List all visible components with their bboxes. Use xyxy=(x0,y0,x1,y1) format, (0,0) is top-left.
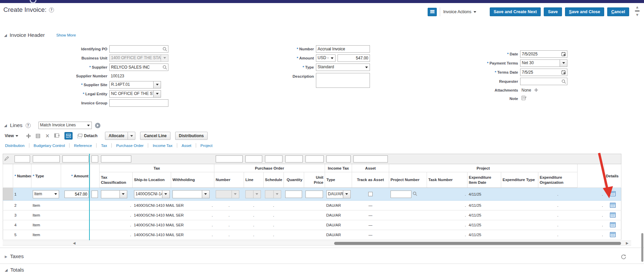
filter-track-as-asset-input[interactable] xyxy=(353,155,388,162)
totals-section-header[interactable]: ◢ Totals xyxy=(5,267,24,273)
details-icon[interactable] xyxy=(610,212,616,218)
col-expenditure-type-header[interactable]: Expenditure Type xyxy=(501,172,538,188)
row-selector-cell[interactable] xyxy=(3,188,13,201)
scroll-right-icon[interactable]: ▶ xyxy=(626,241,628,245)
filter-quantity-input[interactable] xyxy=(285,155,303,162)
allocate-button[interactable]: Allocate xyxy=(105,132,128,140)
row-selector-cell[interactable] xyxy=(3,201,13,210)
line-amount-input[interactable] xyxy=(64,191,89,198)
scroll-left-icon[interactable]: ◀ xyxy=(73,241,76,245)
col-track-as-asset-header[interactable]: Track as Asset xyxy=(352,172,389,188)
tab-income-tax[interactable]: Income Tax xyxy=(148,144,177,148)
col-amount-header[interactable]: Amount xyxy=(74,174,88,178)
withholding-dropdown[interactable] xyxy=(172,190,210,198)
col-type-header[interactable]: Type xyxy=(35,174,44,178)
line-row[interactable]: 2 Item . 1400OSCNI-1410 MAIL SER . . . .… xyxy=(3,201,621,210)
filter-po-number-input[interactable] xyxy=(216,155,243,162)
tab-project[interactable]: Project xyxy=(196,144,217,148)
save-and-create-next-button[interactable]: Save and Create Next xyxy=(490,7,541,16)
line-row[interactable]: 3 Item . 1400OSCNI-1410 MAIL SER . . . .… xyxy=(3,210,621,220)
filter-type-input[interactable] xyxy=(33,155,60,162)
cancel-button[interactable]: Cancel xyxy=(607,7,629,16)
add-attachment-icon[interactable] xyxy=(534,88,538,92)
filter-misc-input[interactable] xyxy=(91,155,98,162)
requester-input[interactable] xyxy=(520,78,567,85)
taxes-section-header[interactable]: ▶ Taxes xyxy=(5,253,24,259)
chevron-down-icon[interactable] xyxy=(154,90,161,98)
chevron-down-icon[interactable] xyxy=(202,190,210,198)
row-selector-cell[interactable] xyxy=(3,230,13,240)
qbe-pencil-icon[interactable] xyxy=(4,156,9,161)
col-po-schedule-header[interactable]: Schedule xyxy=(264,172,284,188)
help-icon[interactable]: ? xyxy=(26,123,31,128)
invoice-group-input[interactable] xyxy=(109,99,168,107)
payment-terms-dropdown[interactable]: Net 30 xyxy=(520,59,567,67)
tax-classification-dropdown[interactable] xyxy=(101,190,127,198)
allocate-menu-arrow[interactable] xyxy=(128,132,135,140)
details-icon[interactable] xyxy=(610,232,616,237)
filter-po-schedule-input[interactable] xyxy=(265,155,283,162)
scrollbar-thumb[interactable] xyxy=(334,242,621,245)
search-icon[interactable] xyxy=(413,192,417,197)
match-invoice-lines-select[interactable]: Match Invoice Lines xyxy=(38,122,92,129)
col-expenditure-item-date-header[interactable]: Expenditure Item Date xyxy=(467,172,501,188)
chevron-down-icon[interactable] xyxy=(343,190,351,198)
tab-purchase-order[interactable]: Purchase Order xyxy=(112,144,148,148)
tab-reference[interactable]: Reference xyxy=(70,144,96,148)
details-icon[interactable] xyxy=(610,191,616,196)
calendar-icon[interactable] xyxy=(561,70,566,76)
help-icon[interactable]: ? xyxy=(49,7,54,12)
tab-tax[interactable]: Tax xyxy=(97,144,111,148)
search-icon[interactable] xyxy=(163,65,167,71)
supplier-site-dropdown[interactable]: R.14PT.01 xyxy=(109,81,161,89)
supplier-input[interactable] xyxy=(109,64,168,71)
delete-row-icon[interactable]: × xyxy=(45,133,50,139)
legal-entity-dropdown[interactable]: NC OFFICE OF THE STATE xyxy=(109,90,161,98)
col-tax-classification-header[interactable]: Tax Classification xyxy=(100,172,133,188)
col-po-line-header[interactable]: Line xyxy=(244,172,264,188)
query-by-example-toggle[interactable] xyxy=(64,132,73,140)
terms-date-input[interactable] xyxy=(520,69,567,76)
go-button[interactable] xyxy=(95,123,101,128)
invoice-actions-menu[interactable]: Invoice Actions xyxy=(443,9,476,14)
ship-to-location-dropdown[interactable]: 1400OSCNI-1410 xyxy=(134,190,170,198)
track-as-asset-checkbox[interactable] xyxy=(368,192,373,196)
filter-number-input[interactable] xyxy=(15,155,30,162)
cancel-line-button[interactable]: Cancel Line xyxy=(140,132,170,140)
quantity-input[interactable] xyxy=(285,191,302,198)
col-unit-price-header[interactable]: Unit Price xyxy=(304,172,325,188)
distributions-button[interactable]: Distributions xyxy=(175,132,208,140)
calendar-icon[interactable] xyxy=(561,52,566,58)
filter-po-line-input[interactable] xyxy=(245,155,262,162)
collapse-triangle-icon[interactable]: ◢ xyxy=(4,33,7,37)
col-number-header[interactable]: Number xyxy=(17,174,31,178)
note-icon[interactable] xyxy=(521,95,527,102)
scroll-down-icon[interactable]: ▼ xyxy=(636,13,639,17)
col-quantity-header[interactable]: Quantity xyxy=(284,172,304,188)
detach-button[interactable]: Detach xyxy=(77,133,98,138)
search-icon[interactable] xyxy=(163,47,167,53)
page-vertical-scrollbar[interactable]: ▲ ▼ xyxy=(635,5,640,17)
chevron-down-icon[interactable] xyxy=(120,190,127,198)
line-row[interactable]: 5 Item . 1400OSCNI-1410 MAIL SER . . . .… xyxy=(3,230,621,240)
unit-price-input[interactable] xyxy=(305,191,323,198)
income-tax-type-dropdown[interactable]: DAU/AR xyxy=(326,190,351,198)
invoice-type-select[interactable]: Standard xyxy=(316,64,370,71)
panel-toggle-button[interactable] xyxy=(428,8,437,16)
currency-select[interactable]: USD - xyxy=(316,54,336,62)
allocate-split-button[interactable]: Allocate xyxy=(105,132,136,140)
date-input[interactable] xyxy=(520,50,567,58)
table-horizontal-scrollbar[interactable]: ◀ ▶ xyxy=(3,241,631,246)
show-more-link[interactable]: Show More xyxy=(56,33,76,37)
line-row[interactable]: 4 Item . 1400OSCNI-1410 MAIL SER . . . .… xyxy=(3,220,621,230)
col-income-tax-type-header[interactable]: Type xyxy=(325,172,352,188)
col-expenditure-organization-header[interactable]: Expenditure Organization xyxy=(538,172,578,188)
project-number-field[interactable] xyxy=(391,191,426,198)
duplicate-row-icon[interactable] xyxy=(35,133,41,139)
col-task-number-header[interactable]: Task Number xyxy=(427,172,467,188)
col-withholding-header[interactable]: Withholding xyxy=(171,172,214,188)
save-button[interactable]: Save xyxy=(544,7,562,16)
identifying-po-input[interactable] xyxy=(109,45,168,53)
col-po-number-header[interactable]: Number xyxy=(214,172,244,188)
collapse-triangle-icon[interactable]: ◢ xyxy=(5,268,7,272)
